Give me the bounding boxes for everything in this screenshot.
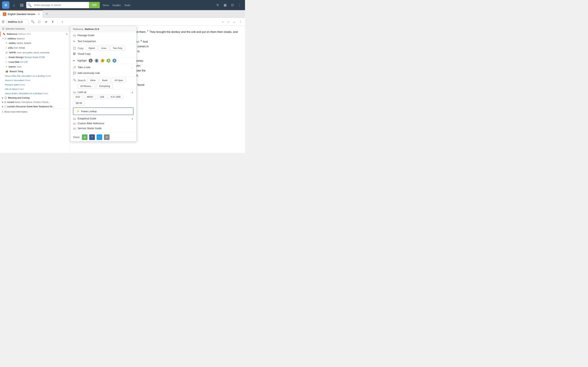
visual-copy-icon: 🖼 [73, 52, 76, 55]
hamburger-menu-button[interactable]: ☰ [2, 20, 5, 24]
klao-greek: κλάω [8, 47, 13, 49]
toolbar: ☰ 🔍 ⬡ ⇄ ⏸ // ‹ › ⌄ ⋮ [0, 18, 245, 26]
lookup-nrsv-button[interactable]: NRSV [84, 95, 96, 99]
reference-item[interactable]: 🔖 Reference Matthew 21:8 ▶ [0, 32, 70, 36]
next-button[interactable]: › [226, 19, 231, 25]
copy-lines-button[interactable]: Lines [98, 46, 109, 50]
greek-strongs-item[interactable]: ◇ Greek Strong's Strong's Greek #2798 [0, 55, 70, 60]
highlight-underline-button[interactable]: A̲ [89, 59, 93, 63]
klao-item[interactable]: √ κλάω klaō break [0, 45, 70, 50]
custom-bible-icon: 📖 [73, 122, 76, 125]
tools-link[interactable]: Tools [124, 4, 130, 7]
copy-text-only-button[interactable]: Text Only [110, 46, 125, 50]
library-button[interactable]: ▤ [18, 2, 25, 8]
toolbar-more-icon: ⋮ [239, 20, 242, 23]
life-of-jesus-event[interactable]: Life of Jesus Event [0, 87, 70, 91]
louw-nida-label: Louw-Nida [9, 61, 19, 63]
logo-button[interactable]: ⊕ [2, 1, 9, 9]
comment-toolbar-button[interactable]: // [60, 19, 65, 25]
nav-more-button[interactable]: ⌄ [231, 19, 237, 25]
accent-item[interactable]: ▶ ⊞ Accent Name: Paroxytone, Position: P… [0, 100, 70, 104]
lookup-leb-button[interactable]: LEB [97, 95, 107, 99]
kladous-item[interactable]: ▼ ☰ κλάδους kladous [0, 36, 70, 41]
sermon-starter-item[interactable]: 📖 Sermon Starter Guide [73, 126, 134, 131]
lookup-kjv1900-button[interactable]: KJV 1900 [108, 95, 123, 99]
kladous-trans: kladous [17, 37, 25, 40]
jesus-rides-event[interactable]: Jesus rides into Jerusalem on a donkey E… [0, 74, 70, 78]
jesus-enters-event[interactable]: Jesus enters Jerusalem on a donkey Event [0, 91, 70, 96]
go-button[interactable]: GO [89, 2, 100, 8]
custom-bible-ref-item[interactable]: 📖 Custom Bible Reference [73, 121, 134, 126]
visual-copy-item[interactable]: 🖼 Visual Copy [70, 51, 136, 57]
tab-add-button[interactable]: + [44, 11, 50, 17]
verse-9a-text: And [143, 40, 148, 43]
share-twitter-button[interactable]: 🐦 [97, 134, 102, 140]
louw-nida-item[interactable]: ◇ Louw-Nida LN 3.49 [0, 60, 70, 64]
parallel-toolbar-button[interactable]: ⏸ [50, 19, 55, 25]
lookup-esv-button[interactable]: ESV [73, 95, 83, 99]
community-note-item[interactable]: 💬 Add community note [70, 70, 136, 76]
main-area: ☰ Selection branches 🔖 Reference Matthew… [0, 26, 245, 153]
sync-toolbar-button[interactable]: ⇄ [43, 19, 49, 25]
share-logos-button[interactable]: ⊕ [82, 134, 87, 140]
jesus-jerusalem-event[interactable]: Jesus in Jerusalem Event [0, 78, 70, 83]
louw-nida-ref[interactable]: LN 3.49 [20, 61, 27, 63]
search-all-resour-button[interactable]: All Resour... [78, 84, 95, 88]
share-email-button[interactable]: ✉ [104, 134, 110, 140]
lookup-section-header[interactable]: 📖 Look up ▲ [70, 90, 136, 94]
layout2-button[interactable]: ⊡ [229, 2, 235, 8]
search-basic-button[interactable]: Basic [100, 78, 110, 83]
list-icon: ☰ [2, 27, 4, 30]
highlight-green-button[interactable]: A [107, 59, 110, 63]
docs-link[interactable]: Docs [103, 4, 109, 7]
search-everything-button[interactable]: Everything [97, 84, 112, 88]
highlight-person-button[interactable]: 👤 [95, 59, 98, 63]
search-toolbar-button[interactable]: 🔍 [30, 19, 35, 25]
copy-section: 📋 Copy: Styled Lines Text Only [70, 45, 136, 51]
network-toolbar-button[interactable]: ⬡ [37, 19, 42, 25]
branch-thing-item[interactable]: 📦 Branch Thing [0, 69, 70, 74]
highlight-blue-button[interactable]: A [112, 59, 116, 63]
layout1-button[interactable]: ▦ [222, 2, 228, 8]
reference-input[interactable] [6, 20, 29, 24]
exeg-section-header[interactable]: 📖 Exegetical Guide ▲ [70, 116, 136, 120]
more-menu-button[interactable]: ⋮ [237, 2, 243, 8]
toolbar-more-button[interactable]: ⋮ [238, 19, 243, 25]
refresh-button[interactable]: ↻ [215, 2, 221, 8]
logo-icon: ⊕ [4, 3, 7, 7]
search-inline-button[interactable]: Inline [87, 78, 98, 83]
blessing-cursing-item[interactable]: ▶ 📋 Blessing and Cursing [0, 96, 70, 100]
power-lookup-button[interactable]: ⚡ Power Lookup [73, 108, 134, 115]
search-icon-button[interactable]: 🔍 [26, 2, 33, 8]
klados-item[interactable]: ↺ κλάδος klados branch [0, 41, 70, 45]
copy-styled-button[interactable]: Styled [86, 46, 97, 50]
home-button[interactable]: ⌂ [11, 2, 17, 8]
search-all-open-button[interactable]: All Open [112, 78, 126, 83]
cycle-icon: ↺ [5, 42, 7, 44]
lookup-label: Look up [78, 91, 86, 93]
branch-detail: noun [17, 66, 22, 68]
passage-guide-item[interactable]: 📖 Passage Guide [70, 32, 136, 38]
take-note-item[interactable]: 📝 Take a note ⌄ [70, 65, 136, 70]
search-icon: 🔍 [27, 3, 32, 7]
search-input[interactable] [33, 4, 89, 7]
chevron-right-icon: › [228, 20, 229, 23]
lexham-item[interactable]: ▶ ◇ Lexham Discourse Greek New Testament… [0, 104, 70, 109]
highlight-yellow-button[interactable]: A [101, 59, 104, 63]
prev-button[interactable]: ‹ [220, 19, 225, 25]
network-icon: ⬡ [38, 20, 41, 23]
email-icon: ✉ [106, 136, 108, 139]
share-facebook-button[interactable]: f [89, 134, 95, 140]
passion-week-event[interactable]: Passion week Event [0, 83, 70, 87]
tab-close-button[interactable]: ✕ [38, 13, 40, 16]
lookup-nb-mt-button[interactable]: NB Mt [73, 101, 85, 105]
show-more-button[interactable]: ℹ Show more information [0, 109, 70, 115]
facebook-icon: f [92, 136, 92, 139]
napm-item[interactable]: @ NAPM noun, accusative, plural, masculi… [0, 50, 70, 55]
strongs-ref[interactable]: Strong's Greek #2798 [24, 56, 45, 58]
branch-noun-item[interactable]: ✕ branch noun [0, 64, 70, 69]
copy-label: Copy: [78, 47, 84, 50]
guides-link[interactable]: Guides [112, 4, 121, 7]
text-comparison-item[interactable]: ⇆ Text Comparison [70, 38, 136, 44]
tab-esv[interactable]: E English Standard Version ✕ [0, 10, 43, 18]
